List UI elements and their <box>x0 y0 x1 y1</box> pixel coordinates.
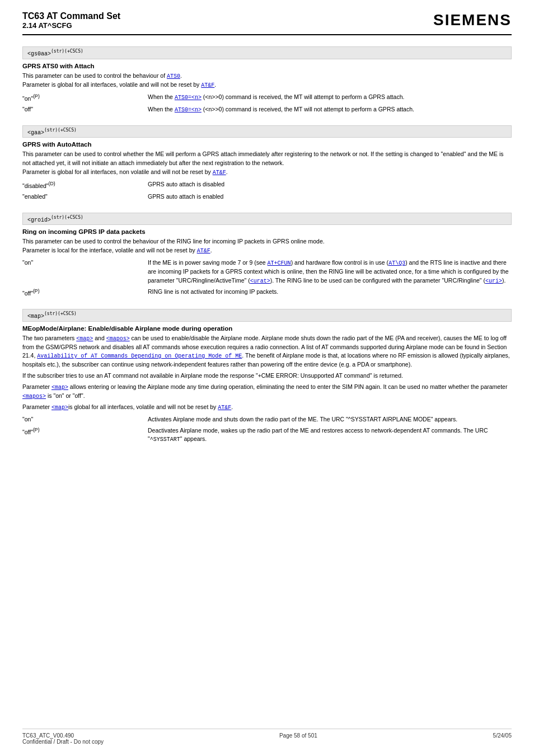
footer-left: TC63_ATC_V00.490 Confidential / Draft - … <box>22 732 104 745</box>
def-table-gs0aa: "on"(P) When the ATS0=<n> (<n>>0) comman… <box>22 92 512 115</box>
term-on-map: "on" <box>22 414 146 425</box>
link-atf-3: AT&F <box>197 248 210 254</box>
section-desc-gs0aa-0: This parameter can be used to control th… <box>22 72 512 90</box>
term-off: "off" <box>22 104 146 115</box>
param-box-map: <map>(str)(+CSCS) <box>22 309 512 322</box>
section-desc-map-3: Parameter <map> allows entering or leavi… <box>22 383 512 401</box>
link-mapos: <mapos> <box>106 336 130 342</box>
table-row: "on"(P) When the ATS0=<n> (<n>>0) comman… <box>22 92 512 104</box>
def-off-p-map: Deactivates Airplane mode, wakes up the … <box>146 425 512 445</box>
section-title-gs0aa: GPRS ATS0 with Attach <box>22 63 512 69</box>
term-off-p-groid: "off"(P) <box>22 287 146 299</box>
def-off-p-groid: RING line is not activated for incoming … <box>146 287 512 299</box>
section-gs0aa: <gs0aa>(str)(+CSCS) GPRS ATS0 with Attac… <box>22 46 512 115</box>
link-atq3: AT\Q3 <box>388 260 405 266</box>
section-desc-gaa: This parameter can be used to control wh… <box>22 150 512 177</box>
section-title-map: MEopMode/Airplane: Enable/disable Airpla… <box>22 325 512 332</box>
link-urat: <urat> <box>250 278 270 284</box>
def-table-gaa: "disabled"(D) GPRS auto attach is disabl… <box>22 179 512 203</box>
section-desc-map-2: If the subscriber tries to use an AT com… <box>22 372 512 381</box>
link-section-21-4: Availability of AT Commands Depending on… <box>37 353 242 359</box>
link-uri: <uri> <box>485 278 502 284</box>
def-enabled: GPRS auto attach is enabled <box>146 191 512 203</box>
param-label-gs0aa: <gs0aa> <box>27 51 51 57</box>
term-disabled-d: "disabled"(D) <box>22 179 146 191</box>
link-atcfun: AT+CFUN <box>268 260 291 266</box>
page: TC63 AT Command Set 2.14 AT^SCFG SIEMENS… <box>0 0 534 756</box>
param-box-gs0aa: <gs0aa>(str)(+CSCS) <box>22 46 512 59</box>
param-sup-gaa: (str)(+CSCS) <box>44 128 77 133</box>
param-sup-map: (str)(+CSCS) <box>44 311 77 316</box>
param-sup-groid: (str)(+CSCS) <box>51 215 83 220</box>
param-label-groid: <groid> <box>27 217 51 223</box>
section-title-gaa: GPRS with AutoAttach <box>22 141 512 148</box>
table-row: "off"(P) RING line is not activated for … <box>22 287 512 299</box>
def-on-p: When the ATS0=<n> (<n>>0) command is rec… <box>146 92 512 104</box>
def-table-groid: "on" If the ME is in power saving mode 7… <box>22 257 512 299</box>
title-sub: 2.14 AT^SCFG <box>22 21 120 30</box>
link-mapos-2: <mapos> <box>22 393 46 400</box>
link-ats0-1: ATS0 <box>167 73 180 79</box>
def-table-map: "on" Activates Airplane mode and shuts d… <box>22 414 512 445</box>
param-label-gaa: <gaa> <box>27 129 44 135</box>
footer-right: 5/24/05 <box>493 732 512 745</box>
table-row: "on" Activates Airplane mode and shuts d… <box>22 414 512 425</box>
link-atf-1: AT&F <box>201 82 214 88</box>
page-header: TC63 AT Command Set 2.14 AT^SCFG SIEMENS <box>22 11 512 35</box>
link-map-3: <map> <box>51 405 68 411</box>
section-gaa: <gaa>(str)(+CSCS) GPRS with AutoAttach T… <box>22 125 512 203</box>
link-map: <map> <box>76 336 93 342</box>
title-main: TC63 AT Command Set <box>22 11 120 21</box>
section-desc-groid: This parameter can be used to control th… <box>22 237 512 255</box>
def-disabled: GPRS auto attach is disabled <box>146 179 512 191</box>
term-enabled: "enabled" <box>22 191 146 203</box>
section-desc-map-4: Parameter <map>is global for all interfa… <box>22 403 512 412</box>
header-left: TC63 AT Command Set 2.14 AT^SCFG <box>22 11 120 30</box>
section-groid: <groid>(str)(+CSCS) Ring on incoming GPR… <box>22 213 512 299</box>
footer-doc-id: TC63_ATC_V00.490 <box>22 732 104 739</box>
param-box-groid: <groid>(str)(+CSCS) <box>22 213 512 226</box>
brand-logo: SIEMENS <box>433 11 512 29</box>
def-off: When the ATS0=<n> (<n>>0) command is rec… <box>146 104 512 115</box>
footer-center: Page 58 of 501 <box>279 732 317 745</box>
header-right: SIEMENS <box>433 11 512 29</box>
def-on-map: Activates Airplane mode and shuts down t… <box>146 414 512 425</box>
page-footer: TC63_ATC_V00.490 Confidential / Draft - … <box>22 729 512 745</box>
table-row: "enabled" GPRS auto attach is enabled <box>22 191 512 203</box>
def-on-groid: If the ME is in power saving mode 7 or 9… <box>146 257 512 287</box>
term-on-groid: "on" <box>22 257 146 287</box>
link-atf-2: AT&F <box>213 170 226 176</box>
table-row: "disabled"(D) GPRS auto attach is disabl… <box>22 179 512 191</box>
section-map: <map>(str)(+CSCS) MEopMode/Airplane: Ena… <box>22 309 512 445</box>
param-label-map: <map> <box>27 313 44 320</box>
term-on-p: "on"(P) <box>22 92 146 104</box>
link-map-2: <map> <box>51 384 68 391</box>
param-box-gaa: <gaa>(str)(+CSCS) <box>22 125 512 138</box>
table-row: "on" If the ME is in power saving mode 7… <box>22 257 512 287</box>
param-sup-gs0aa: (str)(+CSCS) <box>51 49 83 54</box>
table-row: "off" When the ATS0=<n> (<n>>0) command … <box>22 104 512 115</box>
term-off-p-map: "off"(P) <box>22 425 146 445</box>
section-title-groid: Ring on incoming GPRS IP data packets <box>22 228 512 235</box>
footer-confidential: Confidential / Draft - Do not copy <box>22 739 104 745</box>
link-atf-4: AT&F <box>218 405 231 411</box>
section-desc-map-1: The two parameters <map> and <mapos> can… <box>22 334 512 370</box>
table-row: "off"(P) Deactivates Airplane mode, wake… <box>22 425 512 445</box>
